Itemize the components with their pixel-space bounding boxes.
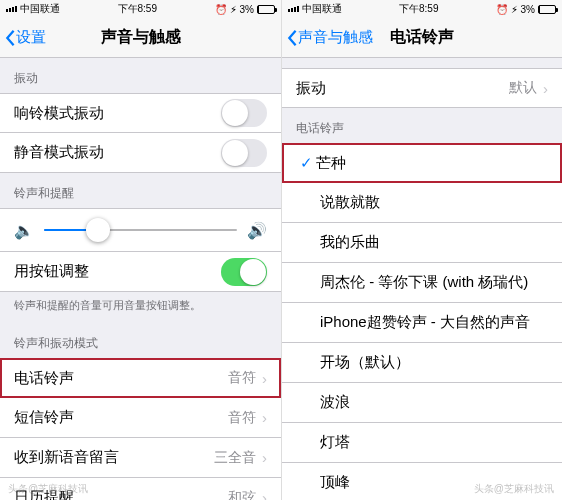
speaker-low-icon: 🔈 [14,221,34,240]
row-ringtone[interactable]: 电话铃声 音符 › [0,358,281,398]
section-header-ringer: 铃声和提醒 [0,173,281,208]
back-button[interactable]: 设置 [0,28,46,47]
section-header-vibrate: 振动 [0,58,281,93]
speaker-high-icon: 🔊 [247,221,267,240]
ringtone-item[interactable]: 波浪 [282,383,562,423]
volume-slider[interactable] [44,229,237,231]
carrier-label: 中国联通 [302,2,342,16]
toggle-silent-vibrate[interactable] [221,139,267,167]
toggle-ring-vibrate[interactable] [221,99,267,127]
row-voicemail[interactable]: 收到新语音留言 三全音 › [0,438,281,478]
battery-icon [257,5,275,14]
volume-slider-row: 🔈 🔊 [0,208,281,252]
back-button[interactable]: 声音与触感 [282,28,373,47]
chevron-left-icon [4,29,16,47]
signal-icon [6,6,17,12]
section-header-pattern: 铃声和振动模式 [0,323,281,358]
chevron-right-icon: › [262,409,267,426]
ringtone-label: 开场（默认） [320,353,548,372]
chevron-right-icon: › [262,449,267,466]
checkmark-icon: ✓ [296,154,316,172]
ringtone-item[interactable]: 开场（默认） [282,343,562,383]
ringtone-label: 说散就散 [320,193,548,212]
ringtone-label: 灯塔 [320,433,548,452]
chevron-right-icon: › [543,80,548,97]
ringtone-label: 周杰伦 - 等你下课 (with 杨瑞代) [320,273,548,292]
chevron-right-icon: › [262,489,267,500]
watermark: 头条@芝麻科技讯 [474,482,554,496]
status-bar: 中国联通 下午8:59 ⏰ ⚡︎ 3% [0,0,281,18]
ringtone-label: 芒种 [316,154,548,173]
carrier-label: 中国联通 [20,2,60,16]
ringtone-label: iPhone超赞铃声 - 大自然的声音 [320,313,548,332]
battery-percent: 3% [521,4,535,15]
row-change-with-buttons[interactable]: 用按钮调整 [0,252,281,292]
nav-bar: 声音与触感 电话铃声 [282,18,562,58]
chevron-right-icon: › [262,370,267,387]
row-vibration[interactable]: 振动 默认 › [282,68,562,108]
status-bar: 中国联通 下午8:59 ⏰ ⚡︎ 3% [282,0,562,18]
footnote: 铃声和提醒的音量可用音量按钮调整。 [0,292,281,323]
ringtone-list: ✓芒种说散就散我的乐曲周杰伦 - 等你下课 (with 杨瑞代)iPhone超赞… [282,143,562,500]
ringtone-label: 波浪 [320,393,548,412]
row-ring-vibrate[interactable]: 响铃模式振动 [0,93,281,133]
alarm-icon: ⏰ [496,4,508,15]
time-label: 下午8:59 [399,2,438,16]
time-label: 下午8:59 [118,2,157,16]
left-screenshot: 中国联通 下午8:59 ⏰ ⚡︎ 3% 设置 声音与触感 振动 响铃模式振动 静… [0,0,281,500]
ringtone-item[interactable]: 灯塔 [282,423,562,463]
ringtone-item[interactable]: iPhone超赞铃声 - 大自然的声音 [282,303,562,343]
ringtone-item[interactable]: ✓芒种 [282,143,562,183]
toggle-change-with-buttons[interactable] [221,258,267,286]
right-screenshot: 中国联通 下午8:59 ⏰ ⚡︎ 3% 声音与触感 电话铃声 振动 默认 › 电… [281,0,562,500]
battery-icon [538,5,556,14]
row-texttone[interactable]: 短信铃声 音符 › [0,398,281,438]
chevron-left-icon [286,29,298,47]
ringtone-item[interactable]: 说散就散 [282,183,562,223]
signal-icon [288,6,299,12]
nav-bar: 设置 声音与触感 [0,18,281,58]
watermark: 头条@芝麻科技讯 [8,482,88,496]
section-header-ringtones: 电话铃声 [282,108,562,143]
alarm-icon: ⏰ [215,4,227,15]
battery-percent: 3% [240,4,254,15]
ringtone-item[interactable]: 周杰伦 - 等你下课 (with 杨瑞代) [282,263,562,303]
ringtone-label: 我的乐曲 [320,233,548,252]
row-silent-vibrate[interactable]: 静音模式振动 [0,133,281,173]
ringtone-item[interactable]: 我的乐曲 [282,223,562,263]
